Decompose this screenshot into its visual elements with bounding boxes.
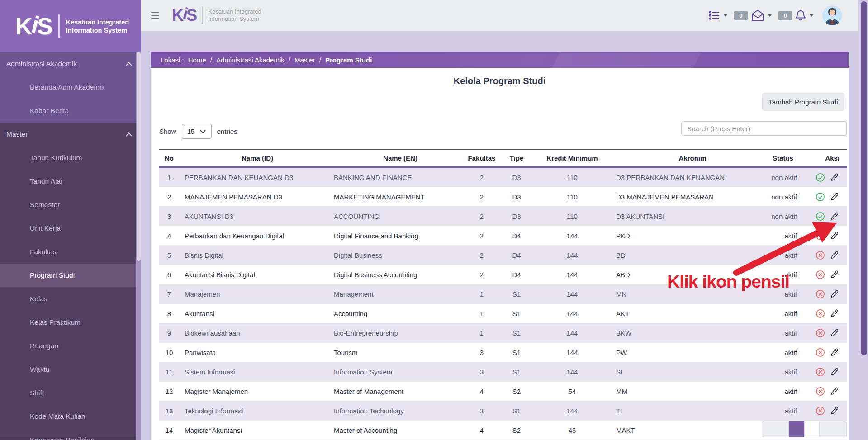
sidebar-item-komponen-penilaian[interactable]: Komponen Penilaian	[0, 428, 141, 440]
cell-no: 12	[159, 388, 179, 395]
cell-name-en: Master of Management	[330, 388, 467, 395]
deactivate-x-circle-icon[interactable]	[816, 367, 825, 377]
cell-nama-id: Manajemen	[179, 290, 330, 298]
chevron-down-icon	[724, 14, 727, 17]
table-row: 11Sistem InformasiInformation System3S11…	[159, 362, 847, 382]
edit-pencil-icon[interactable]	[830, 328, 840, 338]
table-row: 14Magister AkuntansiMaster of Accounting…	[159, 421, 847, 440]
table-row: 7ManajemenManagement1S1144MNaktif	[159, 284, 847, 304]
edit-pencil-icon[interactable]	[830, 309, 840, 318]
edit-pencil-icon[interactable]	[830, 367, 840, 377]
edit-pencil-icon[interactable]	[830, 406, 840, 416]
deactivate-x-circle-icon[interactable]	[816, 309, 825, 318]
edit-pencil-icon[interactable]	[830, 231, 840, 241]
cell-nama-id: Magister Akuntansi	[179, 426, 330, 434]
chevron-down-icon	[200, 130, 206, 133]
cell-aksi	[802, 173, 847, 182]
cell-name-en: ACCOUNTING	[330, 213, 467, 220]
notifications-menu[interactable]: 0	[778, 9, 813, 22]
page-size-select[interactable]: 15	[182, 124, 212, 139]
cell-aksi	[802, 251, 847, 260]
pagination-next-button[interactable]	[820, 421, 847, 437]
sidebar-item-fakultas[interactable]: Fakultas	[0, 240, 141, 264]
breadcrumb-item-home[interactable]: Home	[188, 56, 206, 64]
deactivate-x-circle-icon[interactable]	[816, 270, 825, 279]
cell-fakultas: 2	[467, 271, 497, 279]
sidebar-item-kelas[interactable]: Kelas	[0, 287, 141, 311]
cell-fakultas: 3	[467, 368, 497, 376]
sidebar-item-waktu[interactable]: Waktu	[0, 358, 141, 381]
sidebar-item-shift[interactable]: Shift	[0, 381, 141, 405]
cell-no: 3	[159, 213, 179, 220]
edit-pencil-icon[interactable]	[830, 192, 840, 202]
tasks-menu[interactable]	[708, 10, 727, 21]
sidebar-item-beranda-adm-akademik[interactable]: Beranda Adm Akademik	[0, 76, 141, 99]
cell-fakultas: 3	[467, 407, 497, 415]
pagination-page-2[interactable]	[804, 421, 820, 437]
top-navbar: KiS Kesatuan Integrated Information Syst…	[141, 0, 858, 31]
edit-pencil-icon[interactable]	[830, 212, 840, 221]
envelope-icon	[751, 9, 764, 21]
cell-tipe: S2	[497, 426, 536, 434]
cell-akronim: TI	[608, 407, 769, 415]
cell-nama-id: PERBANKAN DAN KEUANGAN D3	[179, 174, 330, 181]
cell-aksi	[802, 328, 847, 338]
sidebar-item-ruangan[interactable]: Ruangan	[0, 334, 141, 358]
deactivate-x-circle-icon[interactable]	[816, 387, 825, 396]
cell-status: non aktif	[769, 193, 802, 201]
cell-aksi	[802, 231, 847, 241]
sidebar-item-tahun-ajar[interactable]: Tahun Ajar	[0, 170, 141, 193]
edit-pencil-icon[interactable]	[830, 270, 840, 279]
cell-akronim: SI	[608, 368, 769, 376]
pagination-page-1-active[interactable]	[789, 421, 804, 437]
page-scrollbar-thumb[interactable]	[861, 1, 867, 355]
sidebar-item-tahun-kurikulum[interactable]: Tahun Kurikulum	[0, 146, 141, 170]
cell-tipe: D4	[497, 251, 536, 259]
cell-kredit-minimum: 144	[536, 271, 608, 279]
pagination-prev-button[interactable]	[762, 421, 789, 437]
deactivate-x-circle-icon[interactable]	[816, 348, 825, 357]
edit-pencil-icon[interactable]	[830, 289, 840, 299]
sidebar-item-semester[interactable]: Semester	[0, 193, 141, 217]
activate-check-circle-icon[interactable]	[816, 173, 825, 182]
hamburger-menu-icon[interactable]	[151, 12, 159, 19]
messages-count-badge: 0	[734, 11, 748, 20]
messages-menu[interactable]: 0	[734, 9, 772, 21]
cell-status: aktif	[769, 388, 802, 395]
deactivate-x-circle-icon[interactable]	[816, 406, 825, 416]
column-header-fakultas: Fakultas	[467, 154, 497, 162]
sidebar-section-master[interactable]: Master	[0, 123, 141, 146]
edit-pencil-icon[interactable]	[830, 387, 840, 396]
cell-no: 6	[159, 271, 179, 279]
deactivate-x-circle-icon[interactable]	[816, 289, 825, 299]
sidebar-scrollbar[interactable]	[136, 52, 141, 440]
cell-status: aktif	[769, 368, 802, 376]
sidebar-section-administrasi-akademik[interactable]: Administrasi Akademik	[0, 52, 141, 76]
search-input[interactable]	[681, 121, 847, 136]
sidebar-item-unit-kerja[interactable]: Unit Kerja	[0, 217, 141, 240]
cell-no: 2	[159, 193, 179, 201]
edit-pencil-icon[interactable]	[830, 173, 840, 182]
cell-akronim: BKW	[608, 329, 769, 337]
breadcrumb-item-master[interactable]: Master	[294, 56, 315, 64]
breadcrumb-item-administrasi-akademik[interactable]: Administrasi Akademik	[216, 56, 285, 64]
column-header-kredit-minimum: Kredit Minimum	[536, 154, 608, 162]
cell-status: aktif	[769, 310, 802, 317]
sidebar-item-kode-mata-kuliah[interactable]: Kode Mata Kuliah	[0, 405, 141, 428]
edit-pencil-icon[interactable]	[830, 251, 840, 260]
deactivate-x-circle-icon[interactable]	[816, 251, 825, 260]
sidebar-item-kabar-berita[interactable]: Kabar Berita	[0, 99, 141, 123]
sidebar-item-kelas-praktikum[interactable]: Kelas Praktikum	[0, 311, 141, 334]
sidebar-scrollbar-thumb[interactable]	[137, 52, 141, 261]
sidebar-item-program-studi[interactable]: Program Studi	[0, 264, 141, 287]
deactivate-x-circle-icon[interactable]	[816, 328, 825, 338]
add-program-studi-button[interactable]: Tambah Program Studi	[762, 93, 844, 111]
cell-tipe: D3	[497, 193, 536, 201]
cell-aksi	[802, 270, 847, 279]
cell-nama-id: Akuntansi	[179, 310, 330, 317]
deactivate-x-circle-icon[interactable]	[816, 231, 825, 241]
user-avatar[interactable]	[822, 5, 842, 25]
activate-check-circle-icon[interactable]	[816, 192, 825, 202]
edit-pencil-icon[interactable]	[830, 348, 840, 357]
activate-check-circle-icon[interactable]	[816, 212, 825, 221]
